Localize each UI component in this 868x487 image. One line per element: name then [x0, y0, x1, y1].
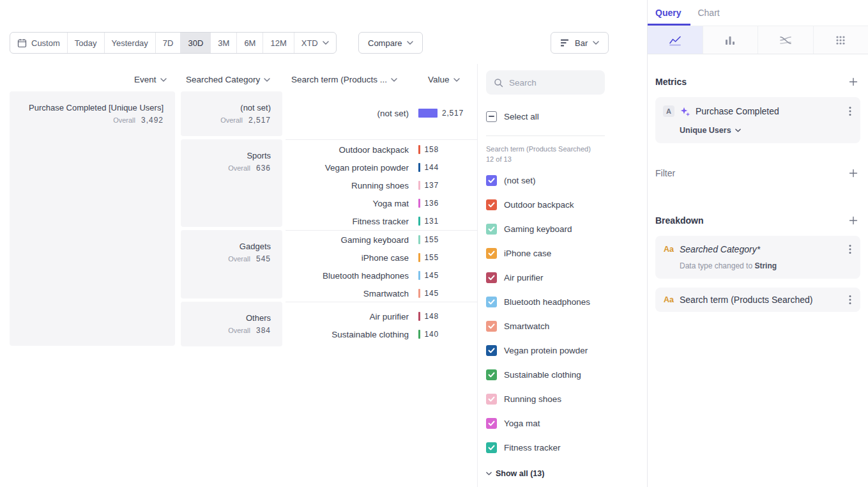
search-icon	[494, 78, 503, 88]
term-row[interactable]: Vegan protein powder144	[286, 158, 477, 176]
segment-checkbox-item[interactable]: (not set)	[486, 175, 647, 187]
term-label: Fitness tracker	[286, 217, 409, 226]
column-header-value[interactable]: Value	[428, 75, 460, 84]
value-bar	[418, 253, 420, 262]
term-row[interactable]: iPhone case155	[286, 249, 477, 267]
chart-type-label: Bar	[575, 38, 588, 48]
term-label: Smartwatch	[286, 289, 409, 298]
category-cell-sports[interactable]: Sports Overall 636	[181, 139, 282, 227]
event-cell[interactable]: Purchase Completed [Unique Users] Overal…	[10, 91, 175, 346]
term-row[interactable]: Smartwatch145	[286, 284, 477, 302]
search-box[interactable]	[486, 70, 605, 95]
term-row[interactable]: Fitness tracker131	[286, 212, 477, 230]
segment-checkbox-item[interactable]: Sustainable clothing	[486, 369, 647, 381]
tab-chart[interactable]: Chart	[697, 8, 719, 18]
segment-checkbox-item[interactable]: Yoga mat	[486, 418, 647, 429]
metric-card[interactable]: A Purchase Completed Unique Users	[655, 97, 860, 143]
range-button-yesterday[interactable]: Yesterday	[104, 33, 155, 53]
breakdown-menu-button[interactable]	[848, 295, 853, 305]
filter-section-header: Filter	[655, 166, 860, 180]
custom-date-button[interactable]: Custom	[10, 33, 67, 53]
grid-view-button[interactable]	[814, 26, 868, 54]
checkbox-checked[interactable]	[486, 345, 497, 356]
term-row[interactable]: Bluetooth headphones145	[286, 267, 477, 284]
term-row[interactable]: Running shoes137	[286, 176, 477, 194]
checkbox-checked[interactable]	[486, 224, 497, 235]
breakdown-card-search-term[interactable]: Aa Search term (Products Searched)	[655, 288, 860, 312]
checkbox-indeterminate[interactable]	[486, 111, 497, 122]
measure-selector[interactable]: Unique Users	[680, 126, 853, 135]
term-value: 137	[425, 181, 439, 190]
category-cell-gadgets[interactable]: Gadgets Overall 545	[181, 230, 282, 298]
segment-checkbox-item[interactable]: Bluetooth headphones	[486, 297, 647, 308]
value-bar	[418, 109, 438, 118]
category-name: Sports	[181, 151, 271, 160]
flows-view-button[interactable]	[758, 26, 814, 54]
segment-checkbox-item[interactable]: Running shoes	[486, 394, 647, 405]
column-header-event[interactable]: Event	[134, 75, 167, 84]
category-cell-others[interactable]: Others Overall 384	[181, 302, 282, 346]
term-row[interactable]: (not set)2,517	[286, 104, 477, 122]
metric-menu-button[interactable]	[848, 106, 853, 116]
segment-checkbox-item[interactable]: Air purifier	[486, 272, 647, 284]
segment-checkbox-item[interactable]: Gaming keyboard	[486, 224, 647, 235]
compare-label: Compare	[368, 38, 402, 48]
breakdown-menu-button[interactable]	[848, 244, 853, 254]
value-bar	[418, 199, 420, 208]
segment-label: (not set)	[504, 176, 536, 185]
term-row[interactable]: Sustainable clothing140	[286, 325, 477, 343]
range-button-12m[interactable]: 12M	[263, 33, 293, 53]
range-button-30d[interactable]: 30D	[180, 33, 210, 53]
tab-query[interactable]: Query	[655, 8, 681, 18]
segment-checkbox-item[interactable]: Vegan protein powder	[486, 345, 647, 357]
checkbox-checked[interactable]	[486, 442, 497, 453]
term-label: Running shoes	[286, 181, 409, 190]
column-header-search-term[interactable]: Search term (Products ...	[291, 75, 397, 84]
category-overall: Overall 636	[181, 164, 271, 173]
term-row[interactable]: Yoga mat136	[286, 194, 477, 212]
checkbox-checked[interactable]	[486, 369, 497, 380]
range-button-today[interactable]: Today	[67, 33, 104, 53]
add-filter-button[interactable]	[846, 166, 860, 180]
checkbox-checked[interactable]	[486, 418, 497, 429]
add-breakdown-button[interactable]	[846, 213, 860, 228]
segment-checkbox-item[interactable]: Outdoor backpack	[486, 199, 647, 211]
range-button-xtd[interactable]: XTD	[294, 33, 336, 53]
checkbox-checked[interactable]	[486, 248, 497, 259]
insights-view-button[interactable]	[648, 26, 703, 54]
checkbox-checked[interactable]	[486, 394, 497, 405]
segment-checkbox-item[interactable]: iPhone case	[486, 248, 647, 259]
chevron-down-icon	[160, 78, 167, 82]
event-name: Purchase Completed [Unique Users]	[10, 103, 164, 112]
checkbox-checked[interactable]	[486, 175, 497, 186]
term-value: 155	[425, 253, 439, 262]
segment-checkbox-item[interactable]: Fitness tracker	[486, 442, 647, 454]
category-name: (not set)	[181, 103, 271, 112]
segment-checkbox-item[interactable]: Smartwatch	[486, 321, 647, 332]
term-row[interactable]: Gaming keyboard155	[286, 231, 477, 249]
chevron-down-icon	[486, 472, 492, 475]
checkbox-checked[interactable]	[486, 272, 497, 283]
term-row[interactable]: Air purifier148	[286, 307, 477, 325]
select-all[interactable]: Select all	[486, 110, 647, 123]
metric-card-row: A Purchase Completed	[663, 105, 853, 117]
term-row[interactable]: Outdoor backpack158	[286, 141, 477, 158]
term-value: 131	[425, 217, 439, 226]
metrics-section-header: Metrics	[655, 75, 860, 89]
checkbox-checked[interactable]	[486, 199, 497, 210]
divider	[486, 135, 605, 136]
bar-view-button[interactable]	[703, 26, 759, 54]
range-button-6m[interactable]: 6M	[236, 33, 263, 53]
checkbox-checked[interactable]	[486, 297, 497, 307]
range-button-3m[interactable]: 3M	[210, 33, 236, 53]
checkbox-checked[interactable]	[486, 321, 497, 332]
column-header-category[interactable]: Searched Category	[186, 75, 270, 84]
category-cell-not-set[interactable]: (not set) Overall 2,517	[181, 91, 282, 136]
chart-type-button[interactable]: Bar	[551, 32, 609, 54]
range-button-7d[interactable]: 7D	[155, 33, 181, 53]
search-input[interactable]	[509, 78, 597, 88]
breakdown-card-searched-category[interactable]: Aa Searched Category* Data type changed …	[655, 236, 860, 279]
show-all-button[interactable]: Show all (13)	[486, 469, 647, 478]
compare-button[interactable]: Compare	[358, 32, 423, 54]
add-metric-button[interactable]	[846, 75, 860, 89]
